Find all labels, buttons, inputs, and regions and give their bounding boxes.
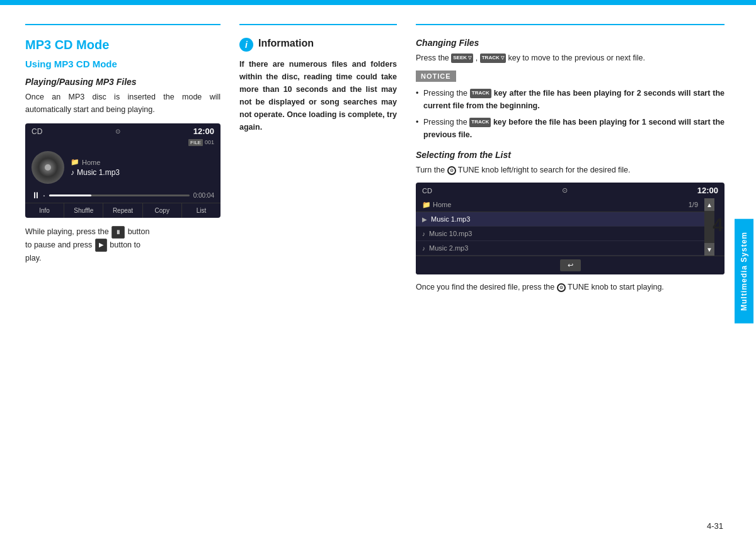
cd-repeat-btn[interactable]: Repeat — [103, 203, 142, 218]
file-num: 001 — [205, 139, 214, 146]
cd-time: 12:00 — [193, 127, 214, 136]
file-tag: FILE — [188, 139, 203, 146]
cd-disc — [32, 151, 64, 184]
pause-text1: While playing, press the — [25, 227, 109, 236]
page-number: 4-31 — [707, 521, 723, 531]
cd-info: 📁 Home ♪ Music 1.mp3 — [71, 158, 214, 177]
list-folder-icon: 📁 Home — [422, 201, 451, 209]
list-screen: CD ⊙ 12:00 📁 Home 1/9 ▶ Music — [416, 183, 724, 274]
changing-text2: key to move to the previous or next file… — [508, 54, 644, 62]
notice-text-1a: Pressing the — [423, 89, 470, 98]
cd-shuffle-btn[interactable]: Shuffle — [64, 203, 103, 218]
subsection1-body: Once an MP3 disc is inserted the mode wi… — [25, 91, 220, 116]
list-music-icon-3: ♪ — [422, 245, 425, 252]
cd-copy-btn[interactable]: Copy — [143, 203, 182, 218]
middle-top-rule — [239, 24, 397, 25]
list-item-name-3: Music 2.mp3 — [429, 244, 468, 252]
cd-controls: Info Shuffle Repeat Copy List — [25, 203, 220, 218]
list-screen-inner: CD ⊙ 12:00 📁 Home 1/9 ▶ Music — [416, 183, 724, 274]
pause-text2: button — [128, 227, 150, 236]
top-bar — [0, 0, 756, 5]
list-item-name-1: Music 1.mp3 — [431, 215, 470, 223]
selecting-text: Turn the ⊙ TUNE knob left/right to searc… — [416, 164, 724, 176]
changing-files-title: Changing Files — [416, 38, 724, 48]
info-box: i Information — [239, 38, 397, 52]
list-item-music2[interactable]: ♪ Music 2.mp3 — [416, 241, 704, 256]
sidebar-tab-label: Multimedia System — [735, 219, 753, 324]
sel-text3: Once you find the desired file, press th… — [416, 283, 557, 291]
pause-button-inline: ⏸ — [112, 226, 125, 239]
cd-screen: CD ⊙ 12:00 FILE 001 📁 Home — [25, 123, 220, 218]
section-title: MP3 CD Mode — [25, 38, 220, 52]
track-btn-notice2: TRACK — [469, 118, 491, 127]
left-column: MP3 CD Mode Using MP3 CD Mode Playing/Pa… — [25, 24, 239, 529]
cd-track: ♪ Music 1.mp3 — [71, 168, 214, 177]
track-button: TRACK ▽ — [480, 54, 506, 63]
subsection1-title: Playing/Pausing MP3 Files — [25, 77, 220, 87]
cd-screen-header: CD ⊙ 12:00 — [25, 123, 220, 139]
scroll-up-btn[interactable]: ▲ — [704, 198, 714, 211]
cd-folder: 📁 Home — [71, 158, 214, 166]
cd-disc-center — [45, 164, 51, 171]
tune-knob-icon2: ⊙ — [557, 283, 566, 292]
middle-column: i Information If there are numerous file… — [239, 24, 416, 529]
info-title: Information — [258, 38, 314, 49]
notice-content: Pressing the TRACK key after the file ha… — [416, 87, 724, 141]
play-pause-icon: ⏸ · — [32, 190, 45, 200]
cd-label: CD — [32, 127, 42, 136]
list-folder-count: 1/9 — [689, 201, 698, 209]
list-circle-icon: ⊙ — [562, 186, 568, 195]
list-back-btn[interactable]: ↩ — [560, 259, 581, 271]
pause-text5: play. — [25, 254, 41, 263]
list-time: 12:00 — [697, 186, 718, 195]
cd-screen-body: 📁 Home ♪ Music 1.mp3 — [25, 147, 220, 188]
cd-circle-icon: ⊙ — [115, 128, 120, 135]
cd-list-btn[interactable]: List — [182, 203, 220, 218]
list-item-music10[interactable]: ♪ Music 10.mp3 — [416, 227, 704, 241]
tune-label: TUNE knob left/right to search for the d… — [458, 166, 631, 174]
track-btn-notice1: TRACK — [470, 89, 491, 98]
selecting-title: Selecting from the List — [416, 150, 724, 160]
list-item-music1[interactable]: ▶ Music 1.mp3 — [416, 212, 704, 227]
selecting-text1: Turn the — [416, 166, 447, 174]
right-top-rule — [416, 24, 724, 25]
chapter-number: 4 — [713, 214, 723, 235]
cd-progress-row: ⏸ · 0:00:04 — [25, 188, 220, 203]
cd-info-btn[interactable]: Info — [25, 203, 64, 218]
info-icon: i — [239, 38, 253, 52]
right-sidebar: Multimedia System — [732, 0, 756, 542]
cd-progress-time: 0:00:04 — [193, 192, 214, 199]
list-back-row: ↩ — [416, 256, 724, 274]
list-item-name-2: Music 10.mp3 — [429, 230, 472, 237]
scroll-down-btn[interactable]: ▼ — [704, 243, 714, 256]
pause-description: While playing, press the ⏸ button to pau… — [25, 225, 220, 264]
pause-text4: button to — [110, 240, 140, 249]
seek-button: SEEK ▽ — [451, 54, 473, 63]
music-note-icon: ♪ — [71, 168, 74, 177]
notice-item-1: Pressing the TRACK key after the file ha… — [416, 87, 724, 112]
cd-progress-bar — [49, 195, 190, 196]
play-button-inline: ▶ — [95, 239, 107, 251]
folder-icon: 📁 — [71, 158, 79, 166]
right-column: Changing Files Press the SEEK ▽ , TRACK … — [416, 24, 731, 529]
list-cd-label: CD — [422, 187, 432, 195]
top-rule — [25, 24, 220, 25]
info-body: If there are numerous files and folders … — [239, 58, 397, 133]
notice-text-2a: Pressing the — [423, 118, 469, 127]
tune-label2: TUNE knob to start playing. — [568, 283, 664, 291]
list-header: CD ⊙ 12:00 — [416, 183, 724, 198]
list-play-icon: ▶ — [422, 216, 427, 223]
list-folder-row: 📁 Home 1/9 — [416, 198, 704, 212]
changing-text1: Press the — [416, 54, 451, 62]
comma: , — [476, 54, 480, 62]
changing-files-text: Press the SEEK ▽ , TRACK ▽ key to move t… — [416, 52, 724, 64]
list-music-icon-2: ♪ — [422, 230, 425, 237]
pause-text3: to pause and press — [25, 240, 94, 249]
list-folder-name: Home — [433, 201, 451, 208]
selecting-end-text: Once you find the desired file, press th… — [416, 281, 724, 293]
section-subtitle: Using MP3 CD Mode — [25, 59, 220, 69]
notice-label: NOTICE — [416, 71, 456, 82]
cd-progress-fill — [49, 195, 91, 196]
tune-knob-icon: ⊙ — [447, 166, 456, 175]
notice-item-2: Pressing the TRACK key before the file h… — [416, 116, 724, 141]
